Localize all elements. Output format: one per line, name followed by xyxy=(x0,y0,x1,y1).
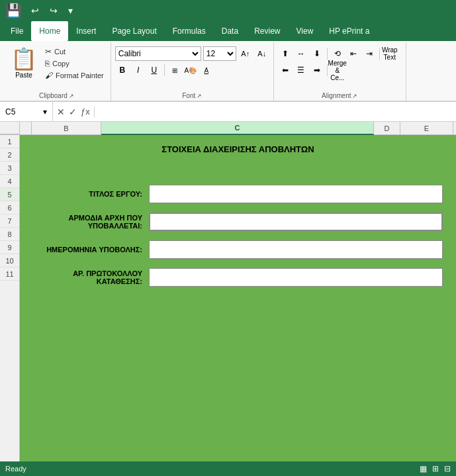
row-9[interactable]: 9 xyxy=(0,241,19,254)
row-6[interactable]: 6 xyxy=(0,201,19,214)
format-painter-button[interactable]: 🖌 Format Painter xyxy=(42,70,107,81)
status-ready: Ready xyxy=(5,465,26,473)
menu-home[interactable]: Home xyxy=(31,21,68,41)
align-middle-button[interactable]: ↔ xyxy=(294,46,308,61)
quick-access-more[interactable]: ▾ xyxy=(64,4,77,17)
row-1[interactable]: 1 xyxy=(0,135,19,148)
confirm-formula-icon[interactable]: ✓ xyxy=(69,107,77,117)
field-label-4: ΑΡ. ΠΡΩΤΟΚΟΛΛΟΥ ΚΑΤΑΘΕΣΗΣ: xyxy=(33,269,149,285)
clipboard-label: Clipboard xyxy=(39,92,68,99)
font-expand-icon[interactable]: ↗ xyxy=(197,93,202,99)
copy-icon: ⎘ xyxy=(45,59,50,68)
field-label-3: ΗΜΕΡΟΜΗΝΙΑ ΥΠΟΒΟΛΗΣ: xyxy=(33,246,149,254)
copy-label: Copy xyxy=(52,60,69,68)
cell-reference: C5 xyxy=(5,107,15,117)
column-headers: B C D E xyxy=(0,122,456,135)
menu-view[interactable]: View xyxy=(289,21,322,41)
sheet-content: ΣΤΟΙΧΕΙΑ ΔΙΑΧΕΙΡΙΣΗΣ ΑΠΟΒΛΗΤΩΝ ΤΙΤΛΟΣ ΕΡ… xyxy=(20,135,456,461)
excel-logo-icon: 💾 xyxy=(5,3,22,19)
cut-icon: ✂ xyxy=(45,47,52,56)
indent-increase-button[interactable]: ⇥ xyxy=(362,46,377,61)
col-header-d[interactable]: D xyxy=(374,122,400,135)
form-row-1: ΤΙΤΛΟΣ ΕΡΓΟΥ: xyxy=(33,185,443,203)
row-8[interactable]: 8 xyxy=(0,228,19,241)
clipboard-small-buttons: ✂ Cut ⎘ Copy 🖌 Format Painter xyxy=(42,45,107,81)
status-page-view[interactable]: ⊞ xyxy=(432,464,439,473)
format-painter-label: Format Painter xyxy=(56,71,104,79)
paste-button[interactable]: 📋 Paste xyxy=(7,45,41,80)
col-header-a[interactable] xyxy=(20,122,32,135)
field-input-1[interactable] xyxy=(149,185,443,203)
merge-center-button[interactable]: Merge & Ce... xyxy=(330,63,345,77)
cancel-formula-icon[interactable]: ✕ xyxy=(57,107,65,117)
menu-page-layout[interactable]: Page Layout xyxy=(104,21,164,41)
title-controls: ↩ ↪ ▾ xyxy=(27,4,77,17)
formula-bar-icons: ✕ ✓ ƒx xyxy=(53,107,95,117)
menu-hp-eprint[interactable]: HP ePrint a xyxy=(321,21,377,41)
col-header-c[interactable]: C xyxy=(101,122,374,135)
row-2[interactable]: 2 xyxy=(0,148,19,162)
row-7[interactable]: 7 xyxy=(0,214,19,228)
indent-decrease-button[interactable]: ⇤ xyxy=(346,46,361,61)
field-label-1: ΤΙΤΛΟΣ ΕΡΓΟΥ: xyxy=(33,190,149,198)
border-button[interactable]: ⊞ xyxy=(167,63,182,77)
align-left-button[interactable]: ⬅ xyxy=(278,63,293,77)
align-top-button[interactable]: ⬆ xyxy=(278,46,293,61)
field-input-2[interactable] xyxy=(149,213,443,231)
form-title: ΣΤΟΙΧΕΙΑ ΔΙΑΧΕΙΡΙΣΗΣ ΑΠΟΒΛΗΤΩΝ xyxy=(33,142,443,154)
align-center-button[interactable]: ☰ xyxy=(294,63,308,77)
align-right-button[interactable]: ➡ xyxy=(310,63,324,77)
menu-formulas[interactable]: Formulas xyxy=(165,21,214,41)
menu-insert[interactable]: Insert xyxy=(68,21,104,41)
underline-button[interactable]: U xyxy=(147,63,161,77)
corner-cell xyxy=(0,122,20,134)
col-header-b[interactable]: B xyxy=(32,122,101,135)
font-label: Font xyxy=(182,92,195,99)
redo-button[interactable]: ↪ xyxy=(46,4,62,17)
formula-bar: C5 ▾ ✕ ✓ ƒx xyxy=(0,102,456,122)
font-color-button[interactable]: A xyxy=(199,63,214,77)
copy-button[interactable]: ⎘ Copy xyxy=(42,58,107,69)
status-page-break[interactable]: ⊟ xyxy=(444,464,451,473)
menu-file[interactable]: File xyxy=(3,21,31,41)
font-size-select[interactable]: 12 xyxy=(203,46,236,61)
field-label-2: ΑΡΜΟΔΙΑ ΑΡΧΗ ΠΟΥ ΥΠΟΒΑΛΛΕΤΑΙ: xyxy=(33,214,149,230)
fill-color-button[interactable]: A🎨 xyxy=(183,63,198,77)
insert-function-icon[interactable]: ƒx xyxy=(81,107,90,117)
row-numbers: 1 2 3 4 5 6 7 8 9 10 11 xyxy=(0,135,20,461)
menu-data[interactable]: Data xyxy=(214,21,246,41)
decrease-font-button[interactable]: A↓ xyxy=(255,46,269,61)
field-input-3[interactable] xyxy=(149,240,443,259)
form-row-4: ΑΡ. ΠΡΩΤΟΚΟΛΛΟΥ ΚΑΤΑΘΕΣΗΣ: xyxy=(33,268,443,287)
increase-font-button[interactable]: A↑ xyxy=(238,46,253,61)
menu-bar: File Home Insert Page Layout Formulas Da… xyxy=(0,21,456,41)
alignment-group: ⬆ ↔ ⬇ ⟲ ⇤ ⇥ Wrap Text ⬅ ☰ ➡ Merge & Ce..… xyxy=(274,42,406,101)
cell-ref-box[interactable]: C5 ▾ xyxy=(0,102,53,121)
row-11[interactable]: 11 xyxy=(0,267,19,281)
field-input-4[interactable] xyxy=(149,268,443,287)
clipboard-group: 📋 Paste ✂ Cut ⎘ Copy 🖌 Format Painter xyxy=(3,42,111,101)
undo-button[interactable]: ↩ xyxy=(27,4,43,17)
italic-button[interactable]: I xyxy=(131,63,146,77)
cut-button[interactable]: ✂ Cut xyxy=(42,46,107,57)
format-painter-icon: 🖌 xyxy=(45,71,53,80)
row-10[interactable]: 10 xyxy=(0,254,19,267)
ribbon: 📋 Paste ✂ Cut ⎘ Copy 🖌 Format Painter xyxy=(0,41,456,102)
menu-review[interactable]: Review xyxy=(246,21,288,41)
alignment-label: Alignment xyxy=(322,92,351,99)
bold-button[interactable]: B xyxy=(115,63,130,77)
form-container: ΣΤΟΙΧΕΙΑ ΔΙΑΧΕΙΡΙΣΗΣ ΑΠΟΒΛΗΤΩΝ ΤΙΤΛΟΣ ΕΡ… xyxy=(20,135,456,461)
status-normal-view[interactable]: ▦ xyxy=(420,464,427,473)
row-5[interactable]: 5 xyxy=(0,188,19,201)
alignment-expand-icon[interactable]: ↗ xyxy=(352,93,357,99)
formula-input[interactable] xyxy=(95,107,456,117)
font-name-select[interactable]: Calibri xyxy=(115,46,201,61)
row-4[interactable]: 4 xyxy=(0,175,19,188)
form-row-2: ΑΡΜΟΔΙΑ ΑΡΧΗ ΠΟΥ ΥΠΟΒΑΛΛΕΤΑΙ: xyxy=(33,213,443,231)
title-bar: 💾 ↩ ↪ ▾ xyxy=(0,0,456,21)
row-3[interactable]: 3 xyxy=(0,162,19,175)
col-header-e[interactable]: E xyxy=(400,122,453,135)
clipboard-expand-icon[interactable]: ↗ xyxy=(69,93,74,99)
align-bottom-button[interactable]: ⬇ xyxy=(310,46,324,61)
wrap-text-button[interactable]: Wrap Text xyxy=(383,46,397,61)
